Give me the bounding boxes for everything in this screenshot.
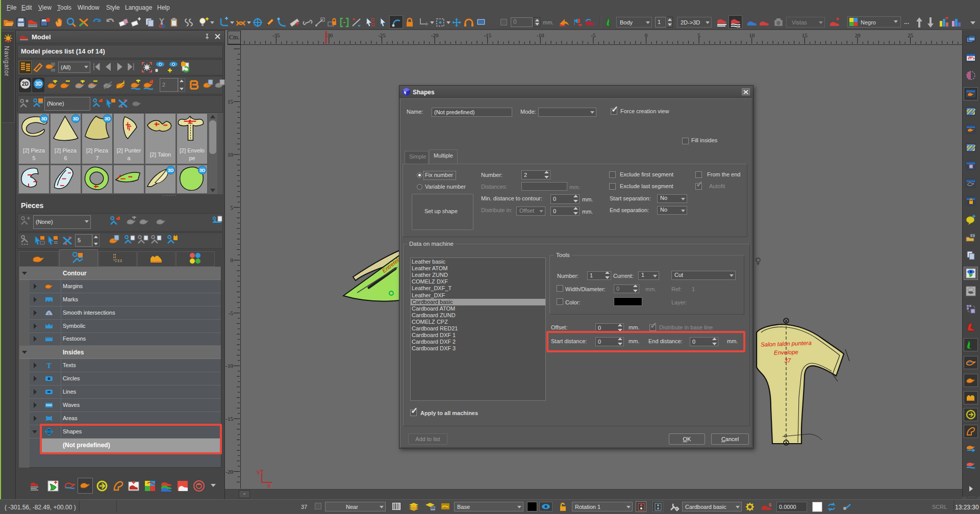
svg-text:37: 37	[784, 357, 791, 364]
svg-text:$: $	[769, 502, 771, 507]
svg-text:X: X	[267, 483, 271, 489]
svg-text:Y: Y	[257, 470, 260, 476]
svg-text:Envelope: Envelope	[774, 349, 798, 356]
